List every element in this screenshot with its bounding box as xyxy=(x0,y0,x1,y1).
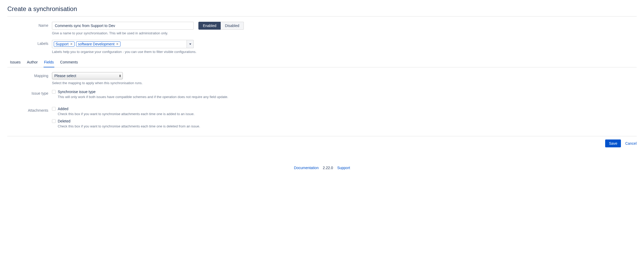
remove-icon[interactable]: ✕ xyxy=(116,42,119,46)
name-row: Name Enabled Disabled Give a name to you… xyxy=(7,22,637,35)
label-chip-text: Support xyxy=(56,42,68,46)
labels-input[interactable]: Support ✕ software Development ✕ xyxy=(52,40,187,48)
issue-type-control-col: Synchronise issue type This will only wo… xyxy=(52,90,637,102)
status-toggle: Enabled Disabled xyxy=(198,22,244,30)
cancel-link[interactable]: Cancel xyxy=(625,141,637,146)
attachments-added-help: Check this box if you want to synchronis… xyxy=(58,112,637,116)
labels-help: Labels help you to organise your configu… xyxy=(52,50,637,54)
name-help: Give a name to your synchronisation. Thi… xyxy=(52,31,637,35)
tabs: Issues Author Fields Comments xyxy=(7,58,637,67)
sync-issue-type-checkbox[interactable] xyxy=(52,90,56,94)
footer: Documentation 2.22.0 Support xyxy=(7,166,637,170)
actions-bar: Save Cancel xyxy=(7,136,637,147)
tab-comments[interactable]: Comments xyxy=(60,58,78,67)
chevron-down-icon xyxy=(189,44,191,45)
attachments-deleted-checkbox[interactable] xyxy=(52,119,56,123)
labels-row: Labels Support ✕ software Development ✕ … xyxy=(7,40,637,54)
name-label: Name xyxy=(7,22,52,28)
documentation-link[interactable]: Documentation xyxy=(294,166,319,170)
labels-input-wrap: Support ✕ software Development ✕ xyxy=(52,40,194,48)
name-input[interactable] xyxy=(52,22,194,30)
attachments-added-checkbox[interactable] xyxy=(52,107,56,111)
page-title: Create a synchronisation xyxy=(7,5,637,13)
save-button[interactable]: Save xyxy=(605,139,621,147)
mapping-select[interactable]: Please select xyxy=(52,72,123,79)
version-text: 2.22.0 xyxy=(323,166,333,170)
attachments-added-row: Added xyxy=(52,107,637,111)
labels-dropdown-button[interactable] xyxy=(187,40,194,48)
divider xyxy=(7,16,637,17)
attachments-added-label: Added xyxy=(58,107,68,111)
labels-label: Labels xyxy=(7,40,52,46)
enabled-button[interactable]: Enabled xyxy=(198,22,221,30)
attachments-label: Attachments xyxy=(7,107,52,112)
tab-issues[interactable]: Issues xyxy=(9,58,21,67)
label-chip[interactable]: software Development ✕ xyxy=(76,41,120,47)
attachments-row: Attachments Added Check this box if you … xyxy=(7,107,637,131)
sync-issue-type-row: Synchronise issue type xyxy=(52,90,637,94)
mapping-control-col: Please select ▴▾ Select the mapping to a… xyxy=(52,72,637,85)
mapping-select-wrap: Please select ▴▾ xyxy=(52,72,123,79)
disabled-button[interactable]: Disabled xyxy=(221,22,244,30)
tab-fields[interactable]: Fields xyxy=(44,58,54,67)
label-chip-text: software Development xyxy=(78,42,114,46)
attachments-control-col: Added Check this box if you want to sync… xyxy=(52,107,637,131)
remove-icon[interactable]: ✕ xyxy=(70,42,73,46)
issue-type-label: Issue type xyxy=(7,90,52,95)
sync-issue-type-label: Synchronise issue type xyxy=(58,90,96,94)
issue-type-row: Issue type Synchronise issue type This w… xyxy=(7,90,637,102)
attachments-deleted-help: Check this box if you want to synchronis… xyxy=(58,124,637,128)
issue-type-help: This will only work if both issues have … xyxy=(58,95,637,99)
support-link[interactable]: Support xyxy=(337,166,350,170)
attachments-deleted-row: Deleted xyxy=(52,119,637,123)
labels-control-col: Support ✕ software Development ✕ Labels … xyxy=(52,40,637,54)
attachments-deleted-label: Deleted xyxy=(58,119,70,123)
label-chip[interactable]: Support ✕ xyxy=(54,41,75,47)
mapping-row: Mapping Please select ▴▾ Select the mapp… xyxy=(7,72,637,85)
mapping-label: Mapping xyxy=(7,72,52,78)
tab-author[interactable]: Author xyxy=(26,58,38,67)
mapping-help: Select the mapping to apply when this sy… xyxy=(52,81,637,85)
name-control-col: Enabled Disabled Give a name to your syn… xyxy=(52,22,637,35)
